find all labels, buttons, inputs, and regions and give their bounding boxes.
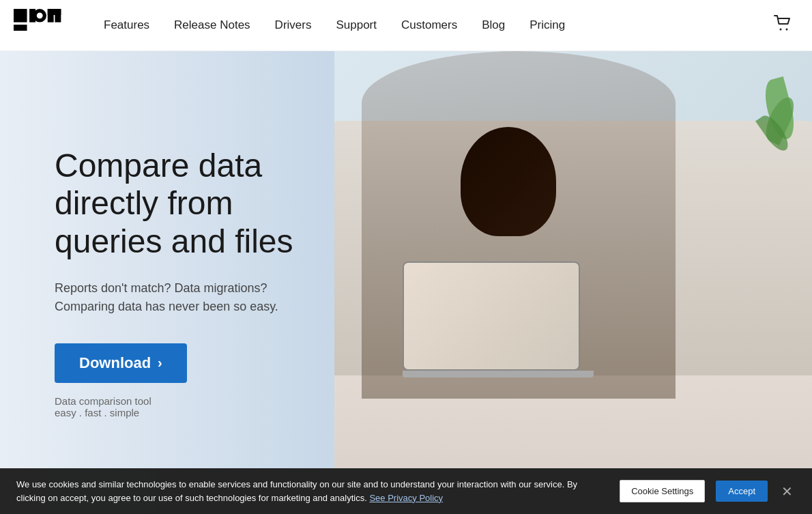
hero-tagline: Data comparison tool easy . fast . simpl… [55, 395, 334, 418]
svg-rect-0 [14, 9, 27, 23]
cookie-banner: We use cookies and similar technologies … [0, 468, 812, 514]
svg-rect-7 [55, 9, 61, 23]
svg-point-4 [37, 12, 43, 18]
hero-section: Compare data directly from queries and f… [0, 51, 812, 514]
svg-rect-1 [14, 25, 27, 31]
nav-links: Features Release Notes Drivers Support C… [91, 0, 767, 51]
cookie-settings-button[interactable]: Cookie Settings [620, 480, 705, 502]
cookie-text: We use cookies and similar technologies … [16, 478, 609, 504]
hero-image [334, 51, 812, 514]
logo[interactable] [14, 7, 71, 44]
nav-item-customers[interactable]: Customers [389, 0, 469, 51]
svg-point-8 [780, 29, 782, 31]
navbar: Features Release Notes Drivers Support C… [0, 0, 812, 51]
nav-item-drivers[interactable]: Drivers [263, 0, 324, 51]
hero-title: Compare data directly from queries and f… [55, 147, 334, 260]
hero-subtitle: Reports don't match? Data migrations? Co… [55, 279, 334, 316]
cookie-close-button[interactable]: ✕ [779, 483, 796, 500]
cart-icon[interactable] [767, 15, 798, 35]
cookie-accept-button[interactable]: Accept [716, 481, 768, 502]
nav-item-blog[interactable]: Blog [469, 0, 517, 51]
download-arrow-icon: › [158, 355, 162, 371]
nav-item-release-notes[interactable]: Release Notes [162, 0, 263, 51]
hero-content: Compare data directly from queries and f… [0, 51, 375, 514]
nav-item-pricing[interactable]: Pricing [517, 0, 577, 51]
download-label: Download [79, 354, 151, 372]
nav-item-support[interactable]: Support [323, 0, 389, 51]
privacy-policy-link[interactable]: See Privacy Policy [369, 493, 443, 503]
svg-point-9 [786, 29, 788, 31]
download-button[interactable]: Download › [55, 343, 187, 383]
nav-item-features[interactable]: Features [91, 0, 162, 51]
